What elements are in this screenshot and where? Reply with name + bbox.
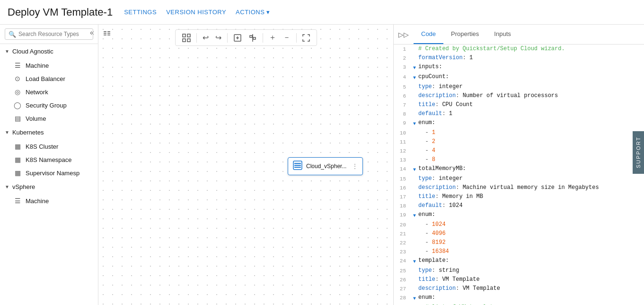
fold-arrow[interactable]: ▼ (411, 164, 418, 174)
tab-inputs[interactable]: Inputs (486, 25, 518, 44)
sidebar-item-machine-vsphere[interactable]: ☰ Machine (0, 194, 98, 207)
code-line: 11 - 2 (394, 137, 644, 146)
fold-arrow (411, 220, 418, 222)
fold-arrow[interactable]: ▼ (411, 63, 418, 72)
fold-arrow (411, 174, 418, 176)
panel-expand-button[interactable]: ▷▷ (394, 25, 414, 44)
sidebar-item-volume[interactable]: ▤ Volume (0, 112, 98, 125)
expand-icon: ▷▷ (398, 31, 409, 38)
machine-icon: ☰ (13, 62, 22, 69)
zoom-in-button[interactable]: ＋ (267, 32, 278, 44)
actions-button[interactable]: ACTIONS ▾ (236, 9, 270, 16)
canvas-area[interactable]: ↩ ↪ ＋ － (98, 25, 393, 305)
sidebar-item-label: Machine (26, 62, 49, 69)
fold-arrow (411, 100, 418, 102)
code-line: 22 - 8192 (394, 238, 644, 247)
toolbar-divider (296, 33, 297, 43)
search-input[interactable] (5, 28, 93, 40)
sidebar-item-k8s-cluster[interactable]: ▦ K8S Cluster (0, 140, 98, 153)
svg-rect-5 (107, 35, 110, 36)
code-line: 1# Created by Quickstart/Setup Cloud wiz… (394, 45, 644, 54)
svg-rect-2 (104, 35, 106, 36)
undo-button[interactable]: ↩ (201, 32, 211, 43)
fit-button[interactable] (231, 33, 244, 43)
line-content: type: string (418, 266, 644, 275)
zoom-out-button[interactable]: － (281, 32, 292, 44)
line-content: description: VM Template (418, 284, 644, 293)
line-number: 7 (394, 100, 411, 109)
canvas-expand-button[interactable] (103, 29, 111, 38)
sidebar-item-machine-cloud[interactable]: ☰ Machine (0, 59, 98, 72)
code-line: 6description: Number of virtual processo… (394, 91, 644, 100)
fold-arrow (411, 128, 418, 130)
fold-arrow (411, 201, 418, 203)
fold-arrow[interactable]: ▼ (411, 210, 418, 220)
chevron-icon: ▼ (5, 184, 9, 189)
line-number: 28 (394, 293, 411, 302)
line-number: 10 (394, 128, 411, 137)
tab-code[interactable]: Code (414, 25, 443, 44)
line-number: 29 (394, 303, 411, 305)
fullscreen-button[interactable] (300, 33, 312, 43)
group-cloud-agnostic-header[interactable]: ▼ Cloud Agnostic (0, 44, 98, 59)
canvas-node[interactable]: Cloud_vSpher... ⋮ (288, 157, 363, 175)
align-button[interactable] (247, 33, 259, 43)
machine-vsphere-icon: ☰ (13, 197, 22, 205)
code-editor[interactable]: 1# Created by Quickstart/Setup Cloud wiz… (394, 45, 644, 305)
redo-button[interactable]: ↪ (213, 32, 223, 43)
sidebar-item-load-balancer[interactable]: ⊙ Load Balancer (0, 72, 98, 85)
line-number: 13 (394, 155, 411, 164)
group-label: vSphere (12, 183, 35, 190)
grid-button[interactable] (180, 33, 193, 43)
support-tab[interactable]: SUPPORT (633, 131, 644, 174)
svg-rect-18 (294, 165, 301, 166)
code-line: 15type: integer (394, 174, 644, 183)
code-line: 24▼template: (394, 256, 644, 266)
line-content: default: 1024 (418, 201, 644, 210)
sidebar-item-supervisor-namespace[interactable]: ▦ Supervisor Namesp (0, 166, 98, 179)
line-content: enum: (418, 293, 644, 302)
sidebar-item-k8s-namespace[interactable]: ▦ K8S Namespace (0, 153, 98, 166)
fold-arrow (411, 54, 418, 55)
tab-properties[interactable]: Properties (443, 25, 486, 44)
group-vsphere-header[interactable]: ▼ vSphere (0, 179, 98, 194)
fold-arrow (411, 229, 418, 231)
code-line: 26title: VM Template (394, 275, 644, 284)
sidebar-item-label: Network (26, 89, 48, 96)
line-number: 2 (394, 54, 411, 63)
fold-arrow (411, 266, 418, 268)
fold-arrow[interactable]: ▼ (411, 256, 418, 266)
settings-link[interactable]: SETTINGS (124, 9, 157, 16)
chevron-icon: ▼ (5, 130, 9, 135)
code-line: 18default: 1024 (394, 201, 644, 210)
line-content: # list of VM templates (418, 303, 644, 305)
code-line: 2formatVersion: 1 (394, 54, 644, 63)
line-number: 14 (394, 164, 411, 173)
svg-rect-4 (107, 33, 110, 34)
sidebar-item-security-group[interactable]: ◯ Security Group (0, 99, 98, 112)
fold-arrow[interactable]: ▼ (411, 118, 418, 128)
node-menu-icon[interactable]: ⋮ (352, 163, 358, 170)
group-label: Cloud Agnostic (12, 48, 53, 55)
group-kubernetes-header[interactable]: ▼ Kubernetes (0, 125, 98, 140)
sidebar-item-label: Security Group (26, 102, 67, 109)
code-line: 3▼inputs: (394, 63, 644, 72)
line-number: 21 (394, 229, 411, 238)
fold-arrow (411, 109, 418, 111)
line-content: title: CPU Count (418, 100, 644, 109)
svg-rect-6 (183, 34, 185, 37)
fold-arrow (411, 247, 418, 249)
code-line: 7title: CPU Count (394, 100, 644, 109)
line-number: 22 (394, 238, 411, 247)
version-history-link[interactable]: VERSION HISTORY (166, 9, 226, 16)
fold-arrow[interactable]: ▼ (411, 293, 418, 303)
svg-rect-14 (250, 36, 252, 37)
sidebar-item-network[interactable]: ◎ Network (0, 85, 98, 99)
group-vsphere: ▼ vSphere ☰ Machine (0, 179, 98, 207)
toolbar-divider (227, 33, 228, 43)
fold-arrow[interactable]: ▼ (411, 72, 418, 82)
code-line: 10 - 1 (394, 128, 644, 137)
fold-arrow (411, 238, 418, 240)
line-number: 15 (394, 174, 411, 183)
svg-rect-8 (183, 39, 185, 42)
